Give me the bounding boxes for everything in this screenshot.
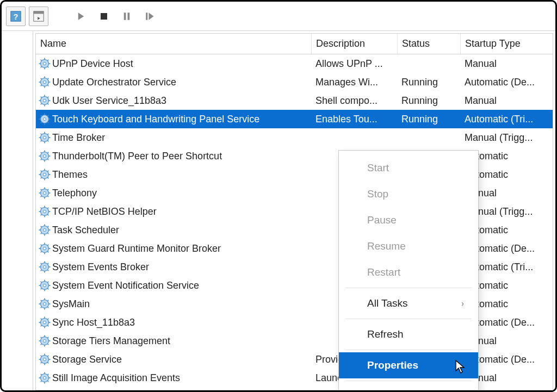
context-menu-separator <box>345 288 472 288</box>
svg-point-112 <box>44 247 46 250</box>
service-name: UPnP Device Host <box>52 58 133 70</box>
service-name: Thunderbolt(TM) Peer to Peer Shortcut <box>52 151 222 162</box>
gear-icon <box>38 297 51 310</box>
svg-line-58 <box>47 140 48 141</box>
service-name: Storage Service <box>52 354 122 365</box>
svg-line-129 <box>47 263 48 264</box>
svg-point-42 <box>44 118 46 121</box>
service-name: Themes <box>52 169 88 181</box>
svg-line-39 <box>47 97 48 98</box>
context-menu-item[interactable]: Properties <box>339 352 478 378</box>
gear-icon <box>38 76 51 89</box>
svg-marker-5 <box>78 13 84 20</box>
column-header-description[interactable]: Description <box>311 34 397 54</box>
svg-point-82 <box>44 192 46 195</box>
context-menu-item[interactable]: Help <box>339 383 478 390</box>
service-startup: Automatic (De... <box>460 77 553 88</box>
svg-line-100 <box>41 214 42 215</box>
svg-marker-4 <box>38 16 40 19</box>
service-name: Storage Tiers Management <box>52 335 170 347</box>
help-button[interactable]: ? <box>6 7 26 26</box>
service-name: Task Scheduler <box>52 225 119 236</box>
service-row[interactable]: UPnP Device HostAllows UPnP ...Manual <box>36 54 553 73</box>
column-header-startup[interactable]: Startup Type <box>460 34 553 54</box>
svg-line-107 <box>41 226 42 227</box>
svg-line-50 <box>41 122 42 123</box>
column-header-status[interactable]: Status <box>397 34 460 54</box>
svg-line-149 <box>47 300 48 301</box>
svg-point-122 <box>44 266 46 269</box>
svg-line-47 <box>41 115 42 116</box>
submenu-arrow-icon: › <box>461 299 464 308</box>
context-menu-item[interactable]: All Tasks› <box>339 290 478 316</box>
service-row[interactable]: Touch Keyboard and Handwriting Panel Ser… <box>36 110 553 128</box>
service-row[interactable]: Update Orchestrator ServiceManages Wi...… <box>36 73 553 91</box>
context-menu-separator <box>345 381 472 381</box>
service-startup: Automatic (Tri... <box>460 114 553 125</box>
svg-line-178 <box>47 362 48 363</box>
window-view-button[interactable] <box>29 7 48 26</box>
svg-point-12 <box>44 63 46 65</box>
svg-line-79 <box>47 171 48 172</box>
service-name: Update Orchestrator Service <box>52 77 176 88</box>
svg-line-190 <box>41 381 42 382</box>
context-menu-item: Stop <box>339 181 478 207</box>
service-description: Shell compo... <box>311 95 397 107</box>
svg-line-159 <box>47 319 48 320</box>
svg-line-28 <box>47 85 48 86</box>
svg-line-168 <box>47 344 48 345</box>
service-name: Time Broker <box>52 132 105 144</box>
step-icon[interactable] <box>140 7 159 26</box>
svg-line-140 <box>41 288 42 289</box>
svg-line-17 <box>41 60 42 61</box>
svg-line-160 <box>41 325 42 326</box>
svg-rect-7 <box>124 13 126 20</box>
toolbar: ? <box>2 2 555 31</box>
svg-line-138 <box>47 288 48 289</box>
gear-icon <box>38 186 51 200</box>
service-name: System Guard Runtime Monitor Broker <box>52 243 221 254</box>
left-pane <box>2 31 33 390</box>
play-icon[interactable] <box>71 7 91 26</box>
gear-icon <box>38 223 51 237</box>
svg-line-120 <box>41 251 42 252</box>
service-startup: Manual <box>460 58 553 70</box>
service-name: System Events Broker <box>52 262 149 273</box>
context-menu: StartStopPauseResumeRestartAll Tasks›Ref… <box>338 150 479 390</box>
svg-line-180 <box>41 362 42 363</box>
svg-point-62 <box>44 155 46 158</box>
svg-line-97 <box>41 208 42 209</box>
svg-line-49 <box>47 115 48 116</box>
svg-marker-10 <box>149 13 154 20</box>
pause-icon[interactable] <box>117 7 137 26</box>
svg-line-48 <box>47 122 48 123</box>
svg-line-139 <box>47 282 48 283</box>
service-name: SysMain <box>52 298 90 310</box>
service-startup: Manual (Trigg... <box>460 132 553 144</box>
svg-line-117 <box>41 245 42 246</box>
service-name: Udk User Service_11b8a3 <box>52 95 166 107</box>
svg-line-37 <box>41 97 42 98</box>
svg-line-89 <box>47 189 48 190</box>
svg-line-167 <box>41 337 42 338</box>
service-status: Running <box>397 95 460 107</box>
service-description: Allows UPnP ... <box>311 58 397 70</box>
svg-line-110 <box>41 233 42 234</box>
gear-icon <box>38 131 51 144</box>
service-row[interactable]: Udk User Service_11b8a3Shell compo...Run… <box>36 91 553 110</box>
stop-icon[interactable] <box>94 7 114 26</box>
svg-line-19 <box>47 60 48 61</box>
service-row[interactable]: Time BrokerManual (Trigg... <box>36 128 553 147</box>
svg-line-130 <box>41 270 42 271</box>
service-description: Enables Tou... <box>311 114 397 125</box>
svg-line-179 <box>47 356 48 357</box>
gear-icon <box>38 242 51 255</box>
gear-icon <box>38 57 51 70</box>
svg-line-87 <box>41 189 42 190</box>
svg-line-40 <box>41 103 42 104</box>
column-header-name[interactable]: Name <box>36 38 311 49</box>
context-menu-item[interactable]: Refresh <box>339 321 478 347</box>
gear-icon <box>38 150 51 163</box>
svg-line-108 <box>47 233 48 234</box>
svg-line-59 <box>47 134 48 135</box>
